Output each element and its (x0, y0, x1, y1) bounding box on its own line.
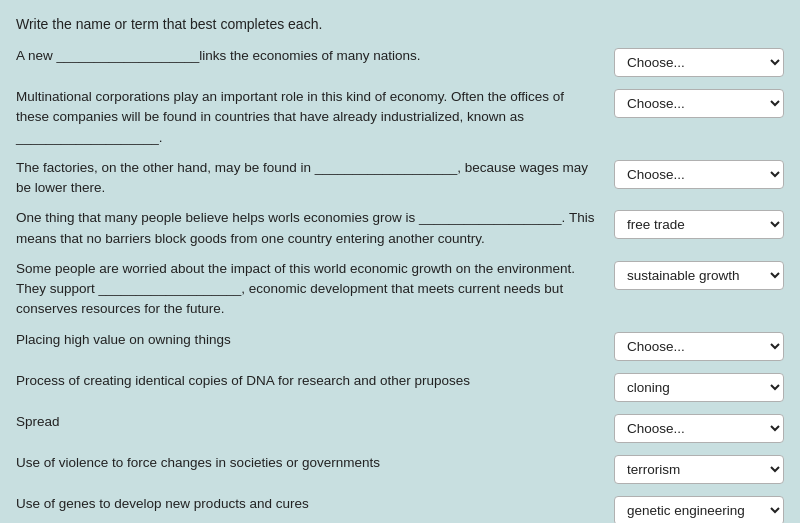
question-text-q1: A new ___________________links the econo… (16, 46, 614, 66)
dropdown-q5[interactable]: Choose...free tradesustainable growthclo… (614, 261, 784, 290)
instructions: Write the name or term that best complet… (16, 16, 784, 32)
question-text-q4: One thing that many people believe helps… (16, 208, 614, 249)
question-text-q8: Spread (16, 412, 614, 432)
dropdown-q10[interactable]: Choose...free tradesustainable growthclo… (614, 496, 784, 524)
question-row: Some people are worried about the impact… (16, 259, 784, 320)
question-row: Placing high value on owning thingsChoos… (16, 330, 784, 361)
question-text-q9: Use of violence to force changes in soci… (16, 453, 614, 473)
question-text-q2: Multinational corporations play an impor… (16, 87, 614, 148)
question-row: Process of creating identical copies of … (16, 371, 784, 402)
question-text-q7: Process of creating identical copies of … (16, 371, 614, 391)
dropdown-q2[interactable]: Choose...free tradesustainable growthclo… (614, 89, 784, 118)
dropdown-q3[interactable]: Choose...free tradesustainable growthclo… (614, 160, 784, 189)
dropdown-q1[interactable]: Choose...free tradesustainable growthclo… (614, 48, 784, 77)
question-text-q5: Some people are worried about the impact… (16, 259, 614, 320)
dropdown-q6[interactable]: Choose...free tradesustainable growthclo… (614, 332, 784, 361)
dropdown-q9[interactable]: Choose...free tradesustainable growthclo… (614, 455, 784, 484)
question-row: The factories, on the other hand, may be… (16, 158, 784, 199)
question-row: Multinational corporations play an impor… (16, 87, 784, 148)
question-row: Use of genes to develop new products and… (16, 494, 784, 524)
question-text-q3: The factories, on the other hand, may be… (16, 158, 614, 199)
question-text-q6: Placing high value on owning things (16, 330, 614, 350)
dropdown-q4[interactable]: Choose...free tradesustainable growthclo… (614, 210, 784, 239)
question-row: Use of violence to force changes in soci… (16, 453, 784, 484)
question-row: One thing that many people believe helps… (16, 208, 784, 249)
dropdown-q8[interactable]: Choose...free tradesustainable growthclo… (614, 414, 784, 443)
question-row: SpreadChoose...free tradesustainable gro… (16, 412, 784, 443)
dropdown-q7[interactable]: Choose...free tradesustainable growthclo… (614, 373, 784, 402)
question-text-q10: Use of genes to develop new products and… (16, 494, 614, 514)
question-row: A new ___________________links the econo… (16, 46, 784, 77)
